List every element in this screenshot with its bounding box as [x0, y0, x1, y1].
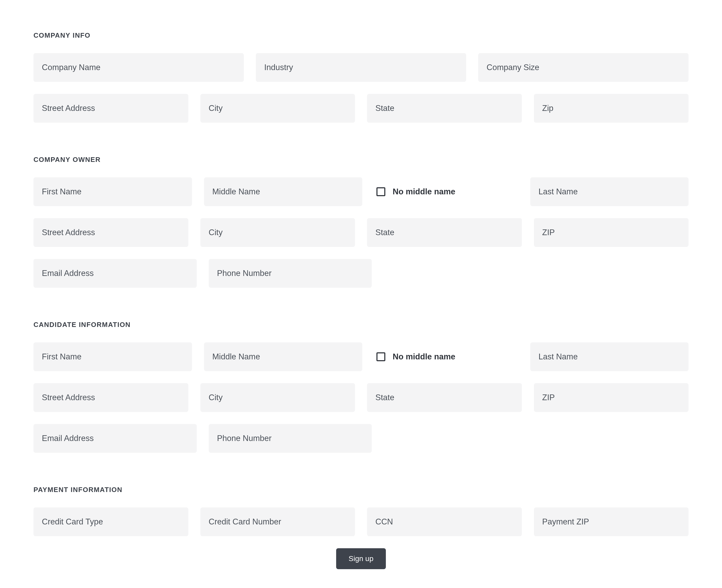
owner-no-middle-name-checkbox[interactable]: No middle name: [374, 177, 518, 206]
candidate-no-middle-name-checkbox[interactable]: No middle name: [374, 342, 518, 371]
candidate-phone-field[interactable]: [209, 424, 372, 453]
owner-last-name-field[interactable]: [530, 177, 689, 206]
owner-city-field[interactable]: [200, 218, 355, 247]
owner-email-field[interactable]: [34, 259, 197, 288]
company-state-field[interactable]: [367, 94, 522, 123]
candidate-middle-name-field[interactable]: [204, 342, 363, 371]
candidate-street-address-field[interactable]: [34, 383, 188, 412]
owner-first-name-field[interactable]: [34, 177, 192, 206]
section-header-company-info: COMPANY INFO: [34, 31, 688, 40]
company-zip-field[interactable]: [534, 94, 689, 123]
company-city-field[interactable]: [200, 94, 355, 123]
section-header-candidate: CANDIDATE INFORMATION: [34, 321, 688, 329]
payment-zip-field[interactable]: [534, 507, 689, 536]
checkbox-icon: [377, 352, 385, 361]
owner-street-address-field[interactable]: [34, 218, 188, 247]
industry-field[interactable]: [256, 53, 466, 82]
section-header-payment: PAYMENT INFORMATION: [34, 486, 688, 494]
owner-phone-field[interactable]: [209, 259, 372, 288]
candidate-last-name-field[interactable]: [530, 342, 689, 371]
company-street-address-field[interactable]: [34, 94, 188, 123]
section-header-company-owner: COMPANY OWNER: [34, 155, 688, 164]
owner-state-field[interactable]: [367, 218, 522, 247]
signup-button[interactable]: Sign up: [336, 548, 386, 569]
company-size-field[interactable]: [478, 53, 688, 82]
candidate-first-name-field[interactable]: [34, 342, 192, 371]
candidate-no-middle-name-label: No middle name: [392, 352, 455, 361]
card-type-field[interactable]: [34, 507, 188, 536]
owner-middle-name-field[interactable]: [204, 177, 363, 206]
candidate-email-field[interactable]: [34, 424, 197, 453]
owner-no-middle-name-label: No middle name: [392, 187, 455, 196]
owner-zip-field[interactable]: [534, 218, 689, 247]
candidate-city-field[interactable]: [200, 383, 355, 412]
ccn-field[interactable]: [367, 507, 522, 536]
checkbox-icon: [377, 187, 385, 196]
card-number-field[interactable]: [200, 507, 355, 536]
company-name-field[interactable]: [34, 53, 244, 82]
candidate-state-field[interactable]: [367, 383, 522, 412]
candidate-zip-field[interactable]: [534, 383, 689, 412]
